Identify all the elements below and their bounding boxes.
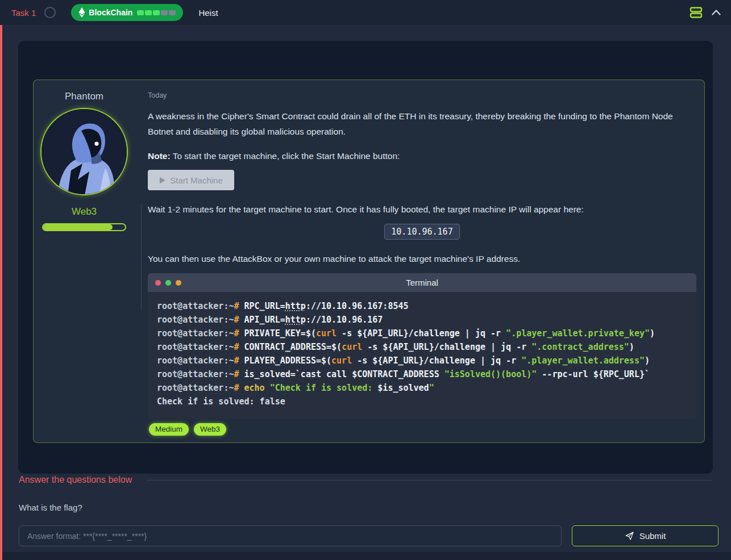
tag: Medium — [149, 423, 189, 436]
message-date: Today — [148, 91, 167, 99]
progress-block — [153, 10, 160, 15]
terminal-line: root@attacker:~# echo "Check if is solve… — [157, 381, 687, 395]
terminal-maximize-icon — [176, 280, 181, 286]
phantom-avatar-image — [41, 109, 127, 194]
terminal-body: root@attacker:~# RPC_URL=http://10.10.96… — [148, 292, 696, 419]
topbar: Task 1 BlockChain Heist — [0, 0, 731, 25]
attackbox-text: You can then use the AttackBox or your o… — [148, 251, 520, 266]
questions-heading-divider — [147, 480, 712, 480]
chevron-up-icon[interactable] — [712, 10, 721, 15]
rows-icon[interactable] — [690, 7, 703, 18]
play-icon — [159, 177, 165, 184]
topbar-actions — [690, 7, 721, 18]
terminal-traffic-lights — [155, 280, 181, 286]
submit-label: Submit — [639, 531, 666, 541]
tag-list: MediumWeb3 — [149, 423, 226, 436]
heist-task-page: Task 1 BlockChain Heist Heist — [0, 0, 731, 560]
terminal-line: root@attacker:~# API_URL=http://10.10.96… — [157, 313, 687, 327]
red-accent-bar — [0, 25, 2, 560]
ethereum-icon — [78, 7, 85, 18]
task-panel: Heist Phantom Web3 — [18, 41, 713, 474]
terminal-header: Terminal — [148, 273, 696, 292]
task-label: Task 1 — [11, 8, 36, 18]
task-intro: A weakness in the Cipher's Smart Contrac… — [148, 108, 696, 139]
terminal-window: Terminal root@attacker:~# RPC_URL=http:/… — [148, 273, 696, 419]
send-icon — [625, 531, 634, 541]
terminal-line: root@attacker:~# is_solved=`cast call $C… — [157, 367, 687, 381]
column-divider — [141, 204, 142, 311]
phantom-avatar — [40, 108, 128, 195]
terminal-line: root@attacker:~# CONTRACT_ADDRESS=$(curl… — [157, 340, 687, 354]
progress-block — [161, 10, 168, 15]
start-machine-label: Start Machine — [170, 175, 223, 185]
author-name: Phantom — [34, 91, 135, 102]
terminal-line: Check if is solved: false — [157, 395, 687, 408]
topbar-title: Heist — [198, 8, 218, 18]
answer-input[interactable] — [19, 525, 562, 546]
author-category: Web3 — [34, 206, 135, 218]
category-progress-fill — [43, 224, 113, 230]
task-card: Phantom Web3 Today — [33, 80, 705, 443]
terminal-minimize-icon — [165, 280, 171, 286]
note-label: Note: — [148, 151, 171, 161]
room-badge-label: BlockChain — [89, 8, 132, 17]
machine-ip: 10.10.96.167 — [384, 224, 459, 240]
tag: Web3 — [194, 423, 226, 436]
terminal-title: Terminal — [148, 278, 696, 287]
room-badge[interactable]: BlockChain — [71, 4, 183, 21]
wait-text: Wait 1-2 minutes for the target machine … — [148, 202, 584, 217]
task-content: Today A weakness in the Cipher's Smart C… — [148, 80, 696, 444]
room-progress-blocks — [137, 10, 176, 15]
terminal-line: root@attacker:~# PRIVATE_KEY=$(curl -s $… — [157, 327, 687, 340]
question-text: What is the flag? — [19, 503, 82, 512]
terminal-close-icon — [155, 280, 161, 286]
progress-block — [137, 10, 144, 15]
footer-strip — [2, 552, 731, 560]
task-note: Note: To start the target machine, click… — [148, 148, 400, 164]
progress-block — [169, 10, 176, 15]
progress-block — [145, 10, 152, 15]
terminal-line: root@attacker:~# PLAYER_ADDRESS=$(curl -… — [157, 354, 687, 367]
task-complete-checkbox[interactable] — [44, 7, 56, 18]
note-text: To start the target machine, click the S… — [171, 151, 400, 161]
start-machine-button[interactable]: Start Machine — [148, 170, 234, 190]
category-progress-bar — [42, 223, 126, 231]
submit-button[interactable]: Submit — [572, 525, 718, 546]
terminal-line: root@attacker:~# RPC_URL=http://10.10.96… — [157, 299, 687, 313]
questions-heading: Answer the questions below — [19, 475, 132, 485]
